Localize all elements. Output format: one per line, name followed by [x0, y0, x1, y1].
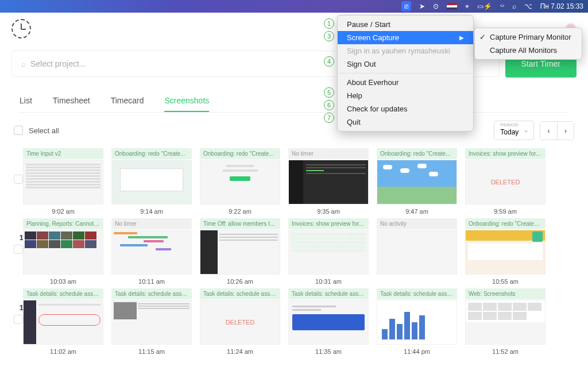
screenshot-thumbnail[interactable]	[23, 160, 103, 204]
screenshot-time: 10:31 am	[288, 278, 369, 285]
screenshot-title: Time Input v2	[23, 148, 103, 159]
annotation-6: 6	[324, 100, 334, 110]
wifi-icon[interactable]: ⌔	[500, 2, 504, 10]
period-select[interactable]: PERIOD: Today	[494, 121, 534, 140]
hour-checkbox[interactable]	[14, 175, 23, 184]
menu-start[interactable]: Start	[375, 20, 390, 29]
hour-checkbox[interactable]	[14, 245, 23, 254]
spotlight-icon[interactable]: ⌕	[512, 2, 516, 10]
flag-icon[interactable]	[447, 3, 457, 10]
screenshot-time: 11:02 am	[23, 348, 103, 355]
annotation-4: 4	[324, 56, 334, 67]
screenshot-time: 9:14 am	[111, 208, 192, 215]
screenshot-thumbnail[interactable]	[23, 300, 103, 345]
screenshot-thumbnail[interactable]	[377, 230, 457, 275]
screenshot-thumbnail[interactable]	[288, 230, 369, 275]
select-all-checkbox[interactable]	[14, 126, 23, 135]
screenshot-thumbnail[interactable]: DELETED	[200, 300, 280, 345]
screenshot-thumbnail[interactable]	[200, 230, 280, 275]
screenshot-time: 11:24 am	[200, 348, 280, 355]
screenshot-time: 10:11 am	[111, 278, 192, 285]
tray-dropdown: Pause / Start Screen Capture ▶ Sign in a…	[337, 15, 474, 132]
screenshot-card[interactable]: Task details: schedule assig... 11:44 pm	[377, 288, 457, 355]
screenshot-card[interactable]: Invoices: show preview for... DELETED 9:…	[465, 148, 546, 215]
screenshot-thumbnail[interactable]	[288, 300, 369, 345]
screenshot-thumbnail[interactable]	[465, 230, 546, 275]
screenshot-time: 11:15 am	[111, 348, 192, 355]
menu-pause[interactable]: Pause	[347, 20, 368, 29]
screenshot-thumbnail[interactable]: DELETED	[465, 160, 546, 204]
screenshot-thumbnail[interactable]	[111, 160, 192, 204]
play-icon[interactable]: ⊙	[433, 2, 439, 10]
screenshot-thumbnail[interactable]	[111, 300, 192, 345]
screenshot-title: No timer	[288, 148, 369, 159]
screenshot-tray-icon[interactable]: ⎚	[401, 1, 411, 11]
screenshot-thumbnail[interactable]	[377, 160, 457, 204]
hour-row: 10am Planning, Reports: Cannot ... 10:03…	[11, 218, 577, 285]
period-next-button[interactable]: ›	[558, 122, 574, 140]
search-icon: ⌕	[21, 59, 26, 68]
clock[interactable]: Пн 7.02 15:33	[540, 2, 583, 10]
screenshot-time: 10:03 am	[23, 278, 103, 285]
hour-row: 11am Task details: schedule assig... 11:…	[11, 288, 577, 355]
submenu-capture-primary[interactable]: Capture Primary Monitor	[475, 30, 582, 44]
screenshot-card[interactable]: Onboarding: redo "Createa... 10:55 am	[465, 218, 546, 285]
menu-updates[interactable]: Check for updates	[338, 102, 473, 115]
screenshot-time: 9:35 am	[288, 208, 369, 215]
menu-quit[interactable]: Quit	[338, 115, 473, 129]
screenshot-card[interactable]: Time Off: allow members t... 10:26 am	[200, 218, 280, 285]
controlcenter-icon[interactable]: ⌥	[524, 2, 532, 10]
period-prev-button[interactable]: ‹	[540, 122, 557, 140]
battery-icon[interactable]: ▭⚡	[477, 2, 492, 10]
screenshot-title: Onboarding: redo "Create...	[377, 148, 457, 159]
hour-checkbox[interactable]	[14, 315, 23, 324]
menu-help[interactable]: Help	[338, 89, 473, 102]
hour-row: 9am Time Input v2 9:02 am Onboarding: re…	[11, 148, 577, 215]
screenshot-card[interactable]: Web: Screenshots 11:52 am	[465, 288, 546, 355]
screenshot-card[interactable]: Task details: schedule assig... 11:35 am	[288, 288, 369, 355]
screenshot-card[interactable]: Onboarding: redo "Create... 9:47 am	[377, 148, 457, 215]
screenshot-title: Task details: schedule assig...	[200, 288, 280, 299]
screenshot-time: 10:26 am	[200, 278, 280, 285]
tab-timecard[interactable]: Timecard	[111, 90, 144, 112]
screenshot-time: 11:52 am	[465, 348, 546, 355]
select-all-label: Select all	[29, 126, 59, 135]
screenshot-card[interactable]: Task details: schedule assig... 11:02 am	[23, 288, 103, 355]
screenshot-card[interactable]: Task details: schedule assig... DELETED …	[200, 288, 280, 355]
screenshot-card[interactable]: No timer 10:11 am	[111, 218, 192, 285]
screenshot-thumbnail[interactable]	[465, 300, 546, 345]
screenshot-time: 9:47 am	[377, 208, 457, 215]
bluetooth-icon[interactable]: ⌖	[465, 2, 469, 10]
chevron-right-icon: ▶	[459, 34, 464, 41]
everhour-logo-icon[interactable]	[11, 19, 31, 38]
menu-about[interactable]: About Everhour	[338, 76, 473, 89]
menu-screen-capture[interactable]: Screen Capture ▶	[338, 31, 473, 44]
tab-list[interactable]: List	[20, 90, 32, 112]
submenu-capture-all[interactable]: Capture All Monitors	[475, 44, 582, 57]
screenshot-title: Task details: schedule assig...	[377, 288, 457, 299]
screenshot-thumbnail[interactable]	[111, 230, 192, 275]
screenshot-thumbnail[interactable]	[288, 160, 369, 204]
screenshot-card[interactable]: Time Input v2 9:02 am	[23, 148, 103, 215]
tab-screenshots[interactable]: Screenshots	[164, 90, 209, 112]
screenshot-thumbnail[interactable]	[377, 300, 457, 345]
telegram-icon[interactable]: ➤	[419, 2, 425, 10]
annotation-3: 3	[324, 31, 334, 41]
tabs: List Timesheet Timecard Screenshots	[20, 90, 568, 113]
tab-timesheet[interactable]: Timesheet	[53, 90, 90, 112]
screenshot-card[interactable]: No timer 9:35 am	[288, 148, 369, 215]
screenshot-card[interactable]: Invoices: show preview for... 10:31 am	[288, 218, 369, 285]
screenshot-title: Time Off: allow members t...	[200, 218, 280, 229]
screenshot-title: Task details: schedule assig...	[288, 288, 369, 299]
screenshot-thumbnail[interactable]	[200, 160, 280, 204]
annotation-5: 5	[324, 87, 334, 98]
screenshot-thumbnail[interactable]	[23, 230, 103, 275]
screenshot-card[interactable]: No activity	[377, 218, 457, 285]
deleted-label: DELETED	[466, 160, 545, 204]
screenshot-card[interactable]: Planning, Reports: Cannot ... 10:03 am	[23, 218, 103, 285]
menu-signout[interactable]: Sign Out	[338, 57, 473, 71]
screenshot-card[interactable]: Onboarding: redo "Create... 9:22 am	[200, 148, 280, 215]
screenshot-card[interactable]: Onboarding: redo "Create... 9:14 am	[111, 148, 192, 215]
screenshot-title: Onboarding: redo "Create...	[200, 148, 280, 159]
screenshot-card[interactable]: Task details: schedule assig... 11:15 am	[111, 288, 192, 355]
